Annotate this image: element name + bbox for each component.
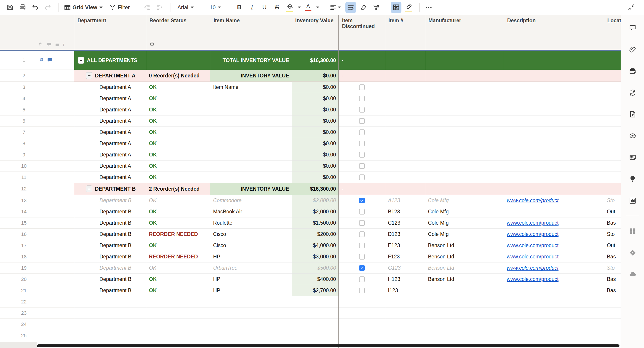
cell-item_number[interactable] [385,70,425,82]
cell-item_number[interactable]: G123 [385,262,425,274]
cell-manufacturer[interactable]: Benson Ltd [425,274,504,285]
highlight-button[interactable] [403,2,414,13]
discontinued-checkbox[interactable] [359,220,365,226]
clear-formatting-button[interactable] [358,2,369,13]
cell-department[interactable]: Department A [74,116,146,127]
cell-department[interactable]: Department A [74,160,146,172]
cell-inventory_value[interactable]: $4,000.00 [292,240,339,251]
comment-icon[interactable] [47,57,53,63]
cell-manufacturer[interactable] [425,149,504,160]
cell-reorder_status[interactable]: OK [146,160,210,172]
attachments-icon[interactable] [627,44,638,54]
cell-item_number[interactable] [385,138,425,149]
column-header-inventory_value[interactable]: Inventory Value [292,15,339,50]
cell-department[interactable]: Department A [74,93,146,104]
cell-location[interactable] [604,138,621,149]
cell-item_name[interactable]: INVENTORY VALUE [210,183,292,195]
cell-description[interactable] [504,319,604,330]
cell-item_discontinued[interactable] [339,206,385,218]
cell-department[interactable]: Department B [74,251,146,262]
row-number[interactable]: 8 [9,141,39,146]
cell-item_number[interactable] [385,172,425,183]
cell-item_name[interactable]: Cisco [210,240,292,251]
cell-item_number[interactable]: A123 [385,195,425,206]
cell-item_discontinued[interactable] [339,195,385,206]
cell-description[interactable] [504,116,604,127]
cell-location[interactable] [604,308,621,319]
cell-manufacturer[interactable]: Benson Ltd [425,262,504,274]
cell-item_number[interactable] [385,104,425,116]
cell-item_number[interactable]: I123 [385,285,425,296]
cell-description[interactable] [504,70,604,82]
cell-manufacturer[interactable] [425,104,504,116]
collapse-group-button[interactable] [86,186,92,192]
cell-reorder_status[interactable] [146,296,210,308]
cell-inventory_value[interactable]: $0.00 [292,149,339,160]
discontinued-checkbox[interactable] [359,276,365,282]
print-button[interactable] [17,2,28,13]
strikethrough-button[interactable]: S [272,2,282,13]
cell-department[interactable]: Department A [74,149,146,160]
cell-inventory_value[interactable]: $0.00 [292,172,339,183]
cell-description[interactable] [504,93,604,104]
cell-reorder_status[interactable] [146,319,210,330]
cell-item_name[interactable] [210,308,292,319]
discontinued-checkbox[interactable] [359,163,365,169]
cell-location[interactable]: Sto [604,195,621,206]
cell-inventory_value[interactable]: $3,000.00 [292,251,339,262]
cell-reorder_status[interactable]: OK [146,116,210,127]
cell-item_number[interactable] [385,296,425,308]
cell-location[interactable]: Sto [604,229,621,240]
cell-item_discontinued[interactable] [339,330,385,341]
cell-item_name[interactable]: Cisco [210,229,292,240]
cell-item_number[interactable] [385,149,425,160]
chevron-down-icon[interactable] [316,6,319,8]
row-number[interactable]: 13 [9,198,39,204]
description-link[interactable]: www.cole.com/product [507,231,558,237]
discontinued-checkbox[interactable] [359,96,365,101]
bold-button[interactable]: B [234,2,244,13]
wrap-text-button[interactable] [346,2,356,13]
cell-department[interactable]: Department A [74,104,146,116]
row-number[interactable]: 9 [9,152,39,158]
cell-manufacturer[interactable]: Cole Mfg [425,229,504,240]
cell-description[interactable] [504,104,604,116]
row-number[interactable]: 2 [9,73,39,78]
cell-inventory_value[interactable] [292,330,339,341]
outdent-button[interactable] [142,2,152,13]
cell-location[interactable] [604,149,621,160]
cell-item_number[interactable] [385,116,425,127]
cell-inventory_value[interactable]: $2,000.00 [292,195,339,206]
cell-inventory_value[interactable]: $0.00 [292,127,339,138]
chevron-down-icon[interactable] [298,6,301,8]
discontinued-checkbox[interactable] [359,243,365,248]
cell-item_number[interactable] [385,183,425,195]
discontinued-checkbox[interactable] [359,254,365,260]
row-number[interactable]: 3 [9,84,39,90]
cell-description[interactable]: www.cole.com/product [504,218,604,229]
cell-reorder_status[interactable]: REORDER NEEDED [146,229,210,240]
cell-item_discontinued[interactable] [339,127,385,138]
cell-description[interactable]: www.cole.com/product [504,240,604,251]
cell-manufacturer[interactable] [425,93,504,104]
cell-inventory_value[interactable]: $0.00 [292,93,339,104]
cell-item_number[interactable] [385,51,425,70]
cell-inventory_value[interactable]: $0.00 [292,160,339,172]
horizontal-scrollbar[interactable] [37,344,620,347]
undo-button[interactable] [30,2,40,13]
cell-department[interactable]: Department A [74,138,146,149]
connectors-cloud-icon[interactable] [627,269,638,279]
cell-manufacturer[interactable]: Benson Ltd [425,251,504,262]
cell-description[interactable] [504,330,604,341]
cell-manufacturer[interactable] [425,160,504,172]
row-number[interactable]: 5 [9,107,39,113]
description-link[interactable]: www.cole.com/product [507,265,558,271]
cell-item_name[interactable] [210,296,292,308]
column-header-description[interactable]: Description [504,15,604,50]
cell-item_number[interactable]: C123 [385,218,425,229]
cell-item_number[interactable]: F123 [385,251,425,262]
cell-inventory_value[interactable] [292,308,339,319]
cell-item_number[interactable] [385,319,425,330]
cell-item_discontinued[interactable] [339,218,385,229]
cell-reorder_status[interactable]: 2 Reorder(s) Needed [146,183,210,195]
